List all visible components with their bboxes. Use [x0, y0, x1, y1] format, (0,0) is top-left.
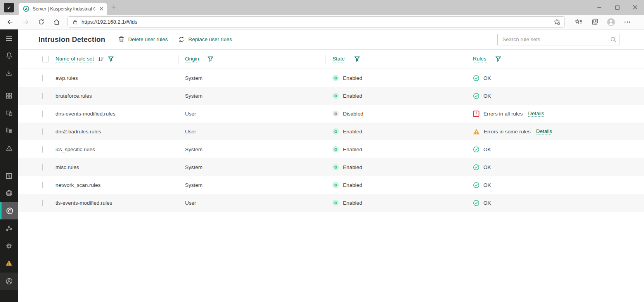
dashboard-icon[interactable]	[0, 87, 18, 104]
search-input[interactable]	[497, 34, 620, 45]
rule-origin: System	[185, 147, 203, 152]
row-checkbox[interactable]	[42, 200, 43, 206]
details-link[interactable]: Details	[528, 110, 544, 117]
state-label: Enabled	[343, 182, 362, 188]
tab-close-icon[interactable]	[99, 7, 104, 11]
table-row[interactable]: ics_specific.rules System Enabled OK	[18, 140, 644, 158]
browser-tab[interactable]: Server | Kaspersky Industrial Cyb	[19, 3, 107, 15]
state-badge	[332, 146, 339, 152]
notifications-icon[interactable]	[0, 47, 18, 64]
state-label: Enabled	[343, 93, 362, 99]
favorites-icon[interactable]	[570, 16, 587, 29]
rule-name: network_scan.rules	[55, 182, 100, 188]
collections-icon[interactable]	[587, 16, 603, 29]
sort-descending-icon[interactable]	[98, 56, 104, 62]
row-checkbox[interactable]	[42, 146, 43, 153]
traffic-control-icon[interactable]	[0, 167, 18, 185]
page-title: Intrusion Detection	[38, 35, 105, 44]
home-button[interactable]	[49, 16, 64, 29]
intrusion-detection-icon[interactable]	[0, 202, 18, 219]
state-badge	[332, 93, 339, 99]
rule-origin: System	[185, 75, 203, 81]
table-row[interactable]: tls-events-modified.rules User Enabled O…	[18, 194, 644, 212]
tab-actions-icon	[6, 5, 12, 10]
alerts-icon[interactable]	[0, 139, 18, 157]
rule-origin: System	[185, 182, 203, 188]
row-checkbox[interactable]	[42, 75, 43, 81]
filter-rules-icon[interactable]	[495, 56, 501, 62]
column-origin[interactable]: Origin	[185, 56, 199, 62]
rules-label: Errors in some rules	[484, 129, 531, 135]
column-name-of-rule-set[interactable]: Name of rule set	[55, 56, 94, 62]
settings-gear-icon[interactable]	[0, 237, 18, 254]
details-link[interactable]: Details	[536, 128, 552, 135]
ok-icon	[473, 182, 480, 188]
maximize-button[interactable]	[608, 0, 626, 15]
assets-icon[interactable]	[0, 104, 18, 122]
rule-name: misc.rules	[55, 164, 79, 170]
row-checkbox[interactable]	[42, 110, 43, 117]
filter-state-icon[interactable]	[354, 56, 360, 62]
system-issues-warning-icon[interactable]	[0, 254, 18, 272]
address-bar[interactable]: https://192.168.2.1/#/ids	[68, 16, 565, 28]
row-checkbox[interactable]	[42, 93, 43, 99]
ok-icon	[473, 75, 480, 81]
table-row[interactable]: dns2.badrules.rules User Enabled Errors …	[18, 123, 644, 140]
filter-origin-icon[interactable]	[208, 56, 213, 62]
rules-label: OK	[483, 75, 491, 81]
replace-user-rules-label: Replace user rules	[188, 36, 232, 42]
row-checkbox[interactable]	[42, 164, 43, 171]
minimize-button[interactable]	[590, 0, 608, 15]
search-icon[interactable]	[610, 36, 616, 44]
ok-icon	[473, 164, 480, 171]
table-row[interactable]: dns-events-modified.rules User Disabled …	[18, 105, 644, 123]
rule-origin: User	[185, 111, 196, 117]
column-rules[interactable]: Rules	[473, 56, 486, 62]
rule-origin: System	[185, 164, 203, 170]
new-tab-button[interactable]	[111, 4, 117, 10]
table-row[interactable]: misc.rules System Enabled OK	[18, 158, 644, 176]
table-header: Name of rule set Origin State	[18, 50, 644, 69]
back-button[interactable]	[2, 16, 18, 29]
delete-user-rules-button[interactable]: Delete user rules	[118, 36, 168, 43]
refresh-button[interactable]	[33, 16, 49, 29]
column-state[interactable]: State	[332, 56, 345, 62]
network-icon[interactable]	[0, 185, 18, 202]
rules-label: OK	[483, 147, 491, 152]
forward-button[interactable]	[18, 16, 33, 29]
rule-origin: System	[185, 93, 203, 99]
topology-icon[interactable]	[0, 219, 18, 237]
row-checkbox[interactable]	[42, 182, 43, 188]
rules-label: OK	[483, 164, 491, 170]
state-badge	[332, 110, 339, 117]
close-window-button[interactable]	[626, 0, 644, 15]
state-label: Enabled	[343, 147, 362, 152]
downloads-icon[interactable]	[0, 64, 18, 82]
events-tree-icon[interactable]	[0, 122, 18, 139]
state-label: Enabled	[343, 75, 362, 81]
row-checkbox[interactable]	[42, 128, 43, 135]
add-favorite-icon[interactable]	[553, 18, 561, 26]
select-all-checkbox[interactable]	[42, 56, 49, 62]
state-label: Disabled	[343, 111, 364, 117]
tab-title: Server | Kaspersky Industrial Cyb	[33, 6, 95, 12]
browser-toolbar: https://192.168.2.1/#/ids	[0, 15, 644, 29]
state-label: Enabled	[343, 129, 362, 135]
rules-label: OK	[483, 182, 491, 188]
replace-user-rules-button[interactable]: Replace user rules	[178, 36, 232, 43]
table-row[interactable]: bruteforce.rules System Enabled OK	[18, 87, 644, 105]
rule-name: awp.rules	[55, 75, 78, 81]
filter-name-icon[interactable]	[108, 56, 114, 62]
state-badge	[332, 128, 339, 135]
ok-icon	[473, 93, 480, 99]
more-menu-icon[interactable]	[619, 16, 635, 29]
delete-user-rules-label: Delete user rules	[128, 36, 168, 42]
tab-actions-button[interactable]	[4, 3, 14, 12]
rule-name: tls-events-modified.rules	[55, 200, 112, 206]
account-icon[interactable]	[0, 273, 18, 290]
profile-avatar[interactable]	[603, 16, 619, 29]
table-row[interactable]: awp.rules System Enabled OK	[18, 69, 644, 87]
state-badge	[332, 182, 339, 188]
menu-icon[interactable]	[0, 29, 18, 47]
table-row[interactable]: network_scan.rules System Enabled OK	[18, 176, 644, 194]
